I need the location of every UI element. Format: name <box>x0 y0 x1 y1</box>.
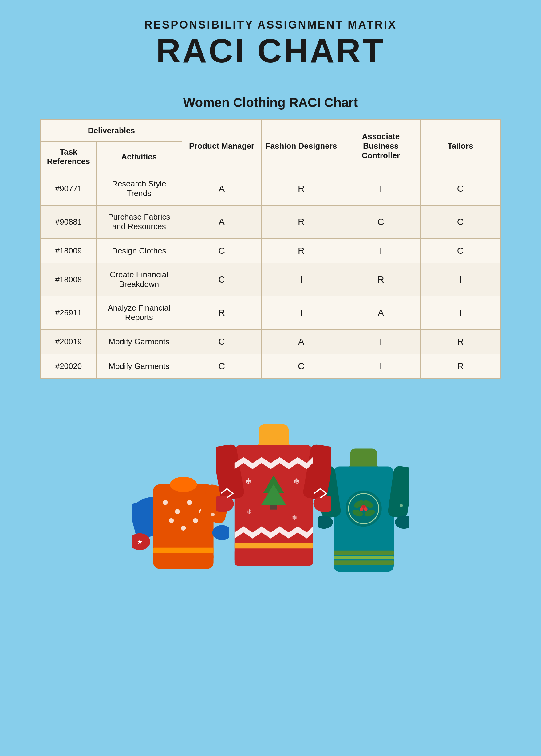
product-manager-cell: C <box>182 329 262 354</box>
svg-rect-11 <box>153 548 214 553</box>
table-row: #18009Design ClothesCRIC <box>41 238 500 263</box>
table-row: #20019Modify GarmentsCAIR <box>41 329 500 354</box>
table-row: #90771Research Style TrendsARIC <box>41 172 500 205</box>
activity-cell: Modify Garments <box>96 354 182 378</box>
activity-cell: Modify Garments <box>96 329 182 354</box>
svg-point-9 <box>181 526 186 531</box>
sweater-center: ❄ ❄ ❄ ❄ <box>217 422 331 588</box>
activity-cell: Research Style Trends <box>96 172 182 205</box>
tailors-cell: I <box>420 296 500 329</box>
svg-text:❄: ❄ <box>247 508 252 516</box>
activity-cell: Design Clothes <box>96 238 182 263</box>
svg-point-49 <box>360 507 363 511</box>
svg-text:❄: ❄ <box>293 476 300 486</box>
svg-rect-33 <box>234 543 312 549</box>
table-body: #90771Research Style TrendsARIC#90881Pur… <box>41 172 500 378</box>
svg-point-18 <box>211 513 215 516</box>
svg-point-10 <box>193 518 198 523</box>
product-manager-cell: A <box>182 205 262 238</box>
fashion-designers-cell: I <box>261 296 341 329</box>
col-product-manager: Product Manager <box>182 120 262 172</box>
tailors-cell: C <box>420 172 500 205</box>
product-manager-cell: A <box>182 172 262 205</box>
svg-point-5 <box>175 509 180 514</box>
fashion-designers-cell: C <box>261 354 341 378</box>
table-row: #20020Modify GarmentsCCIR <box>41 354 500 378</box>
associate-business-controller-cell: A <box>341 296 420 329</box>
associate-business-controller-cell: C <box>341 205 420 238</box>
fashion-designers-cell: A <box>261 329 341 354</box>
table-row: #26911Analyze Financial ReportsRIAI <box>41 296 500 329</box>
subtitle: RESPONSIBILITY ASSIGNMENT MATRIX <box>144 18 396 31</box>
tailors-cell: R <box>420 329 500 354</box>
svg-point-41 <box>395 515 409 529</box>
fashion-designers-cell: R <box>261 238 341 263</box>
associate-business-controller-cell: I <box>341 172 420 205</box>
task-ref-cell: #26911 <box>41 296 96 329</box>
svg-point-3 <box>170 477 197 492</box>
product-manager-cell: C <box>182 238 262 263</box>
table-row: #18008Create Financial BreakdownCIRI <box>41 263 500 296</box>
col-activities: Activities <box>96 141 182 172</box>
activity-cell: Analyze Financial Reports <box>96 296 182 329</box>
svg-rect-28 <box>270 505 277 510</box>
chart-title: Women Clothing RACI Chart <box>183 95 358 110</box>
task-ref-cell: #18009 <box>41 238 96 263</box>
tailors-cell: I <box>420 263 500 296</box>
svg-rect-52 <box>333 556 394 559</box>
associate-business-controller-cell: I <box>341 354 420 378</box>
sweater-right <box>318 447 409 588</box>
fashion-designers-cell: R <box>261 172 341 205</box>
activity-cell: Purchase Fabrics and Resources <box>96 205 182 238</box>
main-title: RACI CHART <box>144 34 396 68</box>
svg-text:❄: ❄ <box>292 514 297 522</box>
task-ref-cell: #18008 <box>41 263 96 296</box>
svg-point-50 <box>364 507 368 511</box>
svg-point-55 <box>400 504 403 507</box>
svg-text:★: ★ <box>137 538 143 546</box>
product-manager-cell: C <box>182 354 262 378</box>
svg-rect-34 <box>234 549 312 566</box>
fashion-designers-cell: R <box>261 205 341 238</box>
raci-table-container: Deliverables Product Manager Fashion Des… <box>40 119 501 379</box>
task-ref-cell: #20020 <box>41 354 96 378</box>
tailors-cell: C <box>420 205 500 238</box>
product-manager-cell: C <box>182 263 262 296</box>
tailors-cell: C <box>420 238 500 263</box>
task-ref-cell: #90881 <box>41 205 96 238</box>
associate-business-controller-cell: I <box>341 238 420 263</box>
sweaters-container: ★ <box>132 422 409 588</box>
svg-rect-12 <box>153 555 214 559</box>
table-header-row-1: Deliverables Product Manager Fashion Des… <box>41 120 500 141</box>
col-fashion-designers: Fashion Designers <box>261 120 341 172</box>
sweater-left: ★ <box>132 441 229 588</box>
table-row: #90881Purchase Fabrics and ResourcesARCC <box>41 205 500 238</box>
svg-point-8 <box>169 518 174 523</box>
svg-point-4 <box>163 500 168 505</box>
deliverables-header: Deliverables <box>41 120 182 141</box>
raci-table: Deliverables Product Manager Fashion Des… <box>41 120 500 379</box>
svg-text:❄: ❄ <box>245 476 252 486</box>
tailors-cell: R <box>420 354 500 378</box>
col-associate-business-controller: Associate Business Controller <box>341 120 420 172</box>
svg-rect-53 <box>333 560 394 565</box>
svg-rect-51 <box>333 551 394 555</box>
col-task-references: Task References <box>41 141 96 172</box>
fashion-designers-cell: I <box>261 263 341 296</box>
associate-business-controller-cell: R <box>341 263 420 296</box>
activity-cell: Create Financial Breakdown <box>96 263 182 296</box>
sweaters-section: ★ <box>12 404 529 588</box>
associate-business-controller-cell: I <box>341 329 420 354</box>
header-section: RESPONSIBILITY ASSIGNMENT MATRIX RACI CH… <box>144 18 396 68</box>
task-ref-cell: #20019 <box>41 329 96 354</box>
product-manager-cell: R <box>182 296 262 329</box>
task-ref-cell: #90771 <box>41 172 96 205</box>
col-tailors: Tailors <box>420 120 500 172</box>
svg-point-6 <box>187 500 192 505</box>
